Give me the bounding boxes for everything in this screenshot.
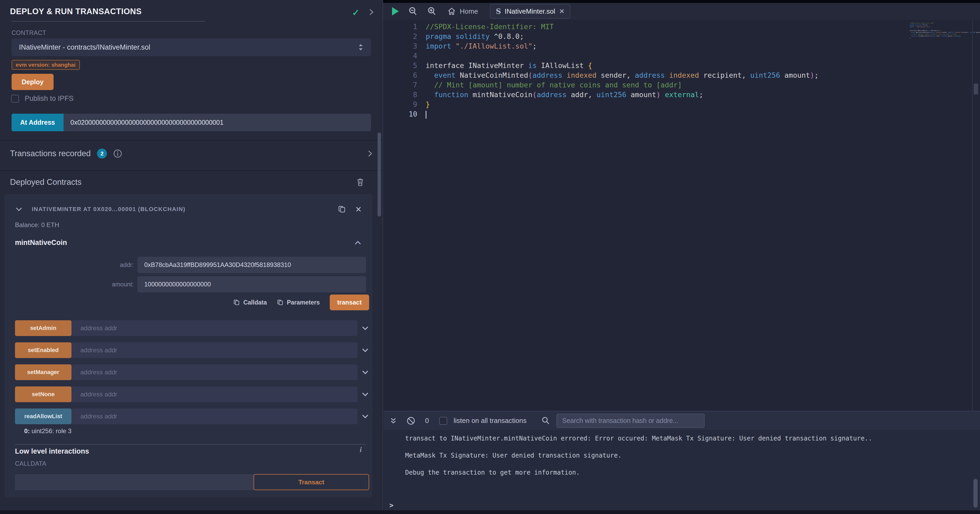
panel-collapse-chevron-icon[interactable] (368, 8, 375, 16)
contract-select[interactable]: INativeMinter - contracts/INativeMinter.… (11, 38, 371, 56)
low-level-transact-button[interactable]: Transact (253, 474, 369, 490)
at-address-input[interactable]: 0x02000000000000000000000000000000000000… (64, 114, 371, 131)
transactions-recorded-label: Transactions recorded (10, 149, 91, 158)
trash-icon[interactable] (356, 178, 364, 187)
code-line: function mintNativeCoin(address addr, ui… (910, 35, 967, 37)
remix-ide-window: DEPLOY & RUN TRANSACTIONS ✓ CONTRACT INa… (0, 0, 980, 514)
line-number: 6 (383, 70, 417, 80)
close-tab-icon[interactable]: ✕ (559, 7, 565, 16)
line-numbers: 12345678910 (383, 22, 417, 119)
publish-ipfs-checkbox[interactable] (11, 95, 19, 103)
code-editor[interactable]: 12345678910 //SPDX-License-Identifier: M… (383, 20, 980, 411)
chevron-down-icon[interactable] (361, 325, 369, 331)
transact-button[interactable]: transact (330, 295, 369, 310)
function-setNone-input[interactable]: address addr (72, 386, 358, 402)
code-line (910, 28, 967, 30)
low-level-title: Low level interactions (15, 447, 89, 455)
editor-scrollbar[interactable] (974, 84, 978, 95)
calldata-copy-button[interactable]: Calldata (233, 299, 267, 306)
instance-balance: Balance: 0 ETH (15, 221, 59, 228)
function-field-row: addr: 0xB78cbAa319ffBD899951AA30D4320f58… (5, 257, 369, 273)
title-underline (11, 21, 205, 22)
function-setEnabled-button[interactable]: setEnabled (15, 342, 72, 358)
transactions-expand-chevron-icon[interactable] (367, 150, 373, 157)
chevron-down-icon[interactable] (361, 347, 369, 353)
line-number: 7 (383, 80, 417, 90)
zoom-out-icon[interactable] (408, 6, 418, 16)
close-instance-icon[interactable]: ✕ (355, 205, 362, 214)
function-row: setManageraddress addr (15, 364, 369, 380)
code-line (426, 51, 819, 61)
instance-header[interactable]: INATIVEMINTER AT 0X020...00001 (BLOCKCHA… (15, 203, 362, 215)
open-function-header[interactable]: mintNativeCoin (15, 239, 362, 247)
addr-field-label: addr: (5, 262, 137, 268)
low-level-calldata-row: Transact (15, 474, 369, 490)
function-setAdmin-input[interactable]: address addr (72, 320, 358, 336)
function-row: readAllowListaddress addr (15, 408, 369, 424)
function-readAllowList-input[interactable]: address addr (72, 408, 358, 424)
listen-transactions-checkbox[interactable] (439, 417, 447, 425)
info-icon: i (360, 446, 362, 454)
editor-minimap[interactable]: //SPDX-License-Identifier: MITpragma sol… (910, 22, 967, 39)
copy-icon[interactable] (338, 205, 346, 214)
run-script-play-icon[interactable] (392, 7, 399, 16)
terminal-tx-count: 0 (425, 417, 429, 425)
section-divider (0, 140, 383, 140)
chevron-down-icon[interactable] (361, 370, 369, 375)
parameters-copy-button[interactable]: Parameters (277, 299, 320, 306)
panel-scrollbar[interactable] (377, 133, 381, 217)
tab-home[interactable]: Home (447, 7, 478, 16)
code-line (426, 109, 819, 119)
code-content: //SPDX-License-Identifier: MITpragma sol… (426, 22, 819, 119)
expand-terminal-icon[interactable] (389, 416, 397, 425)
chevron-down-icon[interactable] (15, 206, 23, 212)
code-line: // Mint [amount] number of native coins … (910, 33, 967, 35)
addr-field-input[interactable]: 0xB78cbAa319ffBD899951AA30D4320f58189383… (137, 257, 366, 273)
code-line: function mintNativeCoin(address addr, ui… (426, 90, 819, 100)
window-bottom-strip (0, 510, 980, 514)
clear-console-icon[interactable] (406, 416, 416, 425)
function-row: setEnabledaddress addr (15, 342, 369, 358)
chevron-up-icon[interactable] (354, 240, 362, 246)
terminal-scrollbar[interactable] (974, 479, 978, 508)
terminal-log-line: transact to INativeMinter.mintNativeCoin… (405, 435, 872, 442)
editor-tabbar: Home S INativeMinter.sol ✕ (383, 3, 980, 20)
tab-inativeminter[interactable]: S INativeMinter.sol ✕ (490, 4, 570, 19)
function-list: setAdminaddress addrsetEnabledaddress ad… (15, 320, 369, 430)
at-address-button[interactable]: At Address (11, 114, 64, 131)
editor-right-divider (972, 20, 973, 411)
deployed-instance-card: INATIVEMINTER AT 0X020...00001 (BLOCKCHA… (5, 194, 372, 497)
solidity-file-icon: S (496, 7, 501, 16)
parameters-copy-label: Parameters (287, 299, 320, 306)
transactions-recorded-row: Transactions recorded 2 (10, 149, 373, 159)
contract-label: CONTRACT (11, 29, 46, 36)
open-function-name: mintNativeCoin (15, 239, 67, 247)
line-number: 2 (383, 32, 417, 41)
terminal-search-input[interactable]: Search with transaction hash or addre... (557, 414, 705, 428)
terminal-log-line: Debug the transaction to get more inform… (405, 469, 580, 476)
function-setManager-input[interactable]: address addr (72, 364, 358, 380)
deploy-button[interactable]: Deploy (11, 74, 54, 90)
terminal-prompt[interactable]: > (389, 501, 394, 509)
terminal-output[interactable]: transact to INativeMinter.mintNativeCoin… (383, 430, 980, 510)
chevron-down-icon[interactable] (361, 392, 369, 397)
function-row: setAdminaddress addr (15, 320, 369, 336)
info-icon (113, 149, 122, 158)
panel-title: DEPLOY & RUN TRANSACTIONS (10, 7, 142, 16)
function-readAllowList-button[interactable]: readAllowList (15, 408, 72, 424)
active-tab-label: INativeMinter.sol (505, 7, 555, 16)
home-icon (447, 7, 456, 16)
calldata-input[interactable] (15, 474, 278, 490)
output-index: 0: (24, 427, 30, 435)
chevron-down-icon[interactable] (361, 414, 369, 419)
line-number: 9 (383, 100, 417, 109)
function-setNone-button[interactable]: setNone (15, 386, 72, 402)
terminal-search-placeholder: Search with transaction hash or addre... (562, 417, 678, 425)
calldata-copy-label: Calldata (243, 299, 267, 306)
function-setEnabled-input[interactable]: address addr (72, 342, 358, 358)
function-setManager-button[interactable]: setManager (15, 364, 72, 380)
amount-field-input[interactable]: 1000000000000000000 (137, 276, 366, 292)
zoom-in-icon[interactable] (427, 6, 437, 16)
deployed-contracts-title: Deployed Contracts (10, 178, 81, 187)
function-setAdmin-button[interactable]: setAdmin (15, 320, 72, 336)
